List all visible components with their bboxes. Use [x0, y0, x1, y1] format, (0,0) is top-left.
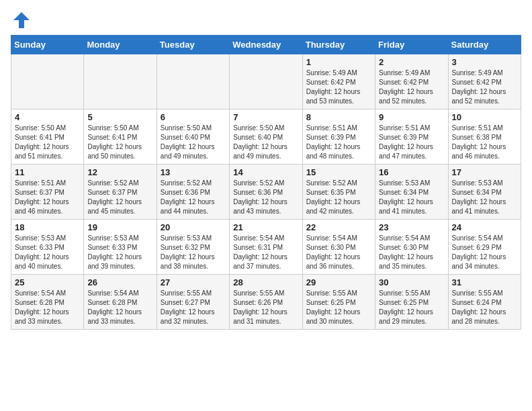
- svg-marker-0: [13, 12, 30, 28]
- day-cell-empty-0: [11, 54, 84, 109]
- day-detail: Sunrise: 5:53 AMSunset: 6:32 PMDaylight:…: [161, 234, 226, 271]
- logo-icon: [12, 11, 31, 30]
- day-number: 7: [233, 112, 298, 122]
- header-cell-friday: Friday: [375, 36, 448, 54]
- day-cell-24: 24Sunrise: 5:54 AMSunset: 6:29 PMDayligh…: [448, 220, 521, 275]
- day-detail: Sunrise: 5:55 AMSunset: 6:26 PMDaylight:…: [233, 289, 298, 326]
- day-cell-5: 5Sunrise: 5:50 AMSunset: 6:41 PMDaylight…: [84, 109, 157, 165]
- header-cell-thursday: Thursday: [302, 36, 375, 54]
- day-cell-empty-1: [84, 54, 157, 109]
- day-number: 16: [379, 167, 444, 177]
- day-cell-7: 7Sunrise: 5:50 AMSunset: 6:40 PMDaylight…: [230, 109, 302, 165]
- week-row-2: 4Sunrise: 5:50 AMSunset: 6:41 PMDaylight…: [11, 109, 521, 165]
- day-detail: Sunrise: 5:51 AMSunset: 6:39 PMDaylight:…: [306, 124, 371, 161]
- day-detail: Sunrise: 5:49 AMSunset: 6:42 PMDaylight:…: [452, 68, 517, 106]
- day-number: 5: [87, 112, 152, 122]
- day-detail: Sunrise: 5:55 AMSunset: 6:25 PMDaylight:…: [306, 289, 371, 326]
- day-number: 21: [233, 222, 298, 232]
- day-cell-14: 14Sunrise: 5:52 AMSunset: 6:36 PMDayligh…: [230, 165, 302, 220]
- day-cell-27: 27Sunrise: 5:55 AMSunset: 6:27 PMDayligh…: [157, 275, 229, 330]
- day-cell-11: 11Sunrise: 5:51 AMSunset: 6:37 PMDayligh…: [11, 165, 84, 220]
- week-row-5: 25Sunrise: 5:54 AMSunset: 6:28 PMDayligh…: [11, 275, 521, 330]
- day-cell-4: 4Sunrise: 5:50 AMSunset: 6:41 PMDaylight…: [11, 109, 84, 165]
- day-cell-12: 12Sunrise: 5:52 AMSunset: 6:37 PMDayligh…: [84, 165, 157, 220]
- day-cell-26: 26Sunrise: 5:54 AMSunset: 6:28 PMDayligh…: [84, 275, 157, 330]
- header-cell-wednesday: Wednesday: [230, 36, 302, 54]
- day-detail: Sunrise: 5:55 AMSunset: 6:24 PMDaylight:…: [452, 289, 517, 326]
- week-row-1: 1Sunrise: 5:49 AMSunset: 6:42 PMDaylight…: [11, 54, 521, 109]
- day-cell-empty-2: [157, 54, 229, 109]
- day-number: 29: [306, 277, 371, 287]
- day-cell-13: 13Sunrise: 5:52 AMSunset: 6:36 PMDayligh…: [157, 165, 229, 220]
- day-detail: Sunrise: 5:54 AMSunset: 6:30 PMDaylight:…: [306, 234, 371, 271]
- day-cell-29: 29Sunrise: 5:55 AMSunset: 6:25 PMDayligh…: [302, 275, 375, 330]
- week-row-3: 11Sunrise: 5:51 AMSunset: 6:37 PMDayligh…: [11, 165, 521, 220]
- day-number: 14: [233, 167, 298, 177]
- day-detail: Sunrise: 5:49 AMSunset: 6:42 PMDaylight:…: [379, 68, 444, 106]
- day-detail: Sunrise: 5:50 AMSunset: 6:41 PMDaylight:…: [15, 124, 80, 161]
- header-cell-sunday: Sunday: [11, 36, 84, 54]
- day-number: 28: [233, 277, 298, 287]
- day-number: 11: [15, 167, 80, 177]
- day-number: 8: [306, 112, 371, 122]
- day-detail: Sunrise: 5:50 AMSunset: 6:40 PMDaylight:…: [161, 124, 226, 161]
- day-number: 26: [87, 277, 152, 287]
- day-number: 23: [379, 222, 444, 232]
- day-cell-15: 15Sunrise: 5:52 AMSunset: 6:35 PMDayligh…: [302, 165, 375, 220]
- week-row-4: 18Sunrise: 5:53 AMSunset: 6:33 PMDayligh…: [11, 220, 521, 275]
- header-row: SundayMondayTuesdayWednesdayThursdayFrid…: [11, 36, 521, 54]
- day-cell-16: 16Sunrise: 5:53 AMSunset: 6:34 PMDayligh…: [375, 165, 448, 220]
- day-cell-30: 30Sunrise: 5:55 AMSunset: 6:25 PMDayligh…: [375, 275, 448, 330]
- day-cell-9: 9Sunrise: 5:51 AMSunset: 6:39 PMDaylight…: [375, 109, 448, 165]
- day-detail: Sunrise: 5:50 AMSunset: 6:41 PMDaylight:…: [87, 124, 152, 161]
- day-number: 13: [161, 167, 226, 177]
- day-cell-25: 25Sunrise: 5:54 AMSunset: 6:28 PMDayligh…: [11, 275, 84, 330]
- day-cell-31: 31Sunrise: 5:55 AMSunset: 6:24 PMDayligh…: [448, 275, 521, 330]
- day-detail: Sunrise: 5:51 AMSunset: 6:39 PMDaylight:…: [379, 124, 444, 161]
- day-cell-empty-3: [230, 54, 302, 109]
- day-detail: Sunrise: 5:54 AMSunset: 6:29 PMDaylight:…: [452, 234, 517, 271]
- header-cell-tuesday: Tuesday: [157, 36, 229, 54]
- day-detail: Sunrise: 5:52 AMSunset: 6:36 PMDaylight:…: [161, 179, 226, 216]
- day-cell-2: 2Sunrise: 5:49 AMSunset: 6:42 PMDaylight…: [375, 54, 448, 109]
- day-number: 12: [87, 167, 152, 177]
- day-cell-21: 21Sunrise: 5:54 AMSunset: 6:31 PMDayligh…: [230, 220, 302, 275]
- day-detail: Sunrise: 5:53 AMSunset: 6:34 PMDaylight:…: [452, 179, 517, 216]
- day-cell-17: 17Sunrise: 5:53 AMSunset: 6:34 PMDayligh…: [448, 165, 521, 220]
- day-detail: Sunrise: 5:53 AMSunset: 6:34 PMDaylight:…: [379, 179, 444, 216]
- day-detail: Sunrise: 5:53 AMSunset: 6:33 PMDaylight:…: [15, 234, 80, 271]
- header-cell-monday: Monday: [84, 36, 157, 54]
- day-number: 15: [306, 167, 371, 177]
- day-cell-20: 20Sunrise: 5:53 AMSunset: 6:32 PMDayligh…: [157, 220, 229, 275]
- day-number: 30: [379, 277, 444, 287]
- logo: [11, 11, 31, 30]
- day-number: 31: [452, 277, 517, 287]
- day-cell-28: 28Sunrise: 5:55 AMSunset: 6:26 PMDayligh…: [230, 275, 302, 330]
- day-cell-10: 10Sunrise: 5:51 AMSunset: 6:38 PMDayligh…: [448, 109, 521, 165]
- day-number: 17: [452, 167, 517, 177]
- day-cell-8: 8Sunrise: 5:51 AMSunset: 6:39 PMDaylight…: [302, 109, 375, 165]
- header-cell-saturday: Saturday: [448, 36, 521, 54]
- day-detail: Sunrise: 5:52 AMSunset: 6:36 PMDaylight:…: [233, 179, 298, 216]
- day-detail: Sunrise: 5:54 AMSunset: 6:31 PMDaylight:…: [233, 234, 298, 271]
- day-number: 24: [452, 222, 517, 232]
- day-cell-1: 1Sunrise: 5:49 AMSunset: 6:42 PMDaylight…: [302, 54, 375, 109]
- day-number: 19: [87, 222, 152, 232]
- day-detail: Sunrise: 5:54 AMSunset: 6:28 PMDaylight:…: [87, 289, 152, 326]
- day-number: 1: [306, 57, 371, 67]
- day-detail: Sunrise: 5:54 AMSunset: 6:30 PMDaylight:…: [379, 234, 444, 271]
- day-number: 2: [379, 57, 444, 67]
- page-header: [11, 11, 521, 30]
- day-detail: Sunrise: 5:51 AMSunset: 6:38 PMDaylight:…: [452, 124, 517, 161]
- day-detail: Sunrise: 5:49 AMSunset: 6:42 PMDaylight:…: [306, 68, 371, 106]
- day-number: 9: [379, 112, 444, 122]
- day-number: 20: [161, 222, 226, 232]
- day-number: 25: [15, 277, 80, 287]
- day-detail: Sunrise: 5:55 AMSunset: 6:25 PMDaylight:…: [379, 289, 444, 326]
- day-cell-22: 22Sunrise: 5:54 AMSunset: 6:30 PMDayligh…: [302, 220, 375, 275]
- day-detail: Sunrise: 5:55 AMSunset: 6:27 PMDaylight:…: [161, 289, 226, 326]
- day-detail: Sunrise: 5:54 AMSunset: 6:28 PMDaylight:…: [15, 289, 80, 326]
- day-number: 10: [452, 112, 517, 122]
- day-number: 22: [306, 222, 371, 232]
- day-number: 3: [452, 57, 517, 67]
